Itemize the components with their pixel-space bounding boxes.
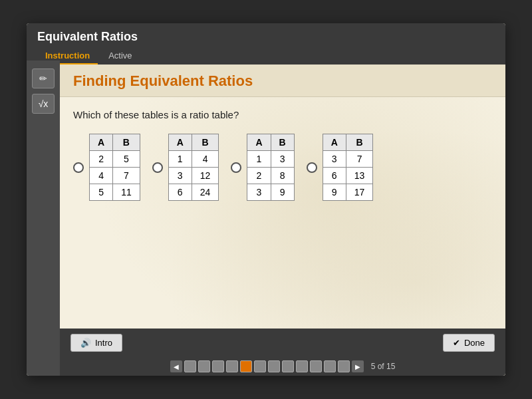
cell: 6 [168,184,192,201]
table-row: 6 13 [323,168,373,184]
intro-label: Intro [95,338,112,348]
page-dot-10[interactable] [310,360,322,372]
page-dot-5[interactable] [240,360,252,372]
cell: 5 [113,151,140,168]
formula-tool[interactable]: √x [32,94,55,114]
cell: 3 [168,168,192,184]
cell: 24 [192,184,219,201]
app-window: Equivalent Ratios Instruction Active ✏ √… [27,23,505,376]
ratio-table-2: A B 1 4 3 12 [168,134,219,201]
done-button[interactable]: ✔ Done [443,334,495,352]
pagination-bar: ◀ ▶ 5 of 15 [60,357,505,376]
col-header-b1: B [113,134,140,151]
cell: 4 [90,168,113,184]
table-row: 5 11 [90,184,140,201]
checkmark-icon: ✔ [453,338,460,348]
table-option-4: A B 3 7 6 13 [307,134,374,201]
cell: 5 [90,184,113,201]
intro-button[interactable]: 🔊 Intro [70,334,122,352]
cell: 2 [90,151,113,168]
ratio-table-3: A B 1 3 2 8 [247,134,294,201]
formula-icon: √x [39,98,49,109]
bottom-bar: 🔊 Intro ✔ Done [60,329,505,357]
table-row: 2 8 [247,168,294,184]
pencil-tool[interactable]: ✏ [32,68,55,88]
cell: 7 [346,151,373,168]
content-body: Which of these tables is a ratio table? … [60,97,505,329]
table-option-3: A B 1 3 2 8 [231,134,294,201]
table-row: 2 5 [90,151,140,168]
tab-bar: Instruction Active [37,48,495,65]
cell: 9 [323,184,346,201]
col-header-a1: A [90,134,113,151]
table-option-1: A B 2 5 4 7 [73,134,140,201]
page-dot-2[interactable] [198,360,210,372]
cell: 11 [113,184,140,201]
table-row: 3 12 [168,168,219,184]
page-dot-3[interactable] [212,360,224,372]
col-header-b4: B [346,134,373,151]
prev-page-button[interactable]: ◀ [170,360,182,372]
radio-table-2[interactable] [152,162,163,173]
cell: 1 [247,151,271,168]
radio-table-4[interactable] [307,162,317,173]
question-text: Which of these tables is a ratio table? [73,109,492,120]
app-title: Equivalent Ratios [37,30,138,44]
cell: 7 [113,168,140,184]
col-header-a4: A [323,134,346,151]
table-row: 3 9 [247,184,294,201]
radio-table-1[interactable] [73,162,84,173]
ratio-table-4: A B 3 7 6 13 [323,134,374,201]
page-indicator: 5 of 15 [371,362,396,371]
cell: 3 [271,151,294,168]
table-row: 1 4 [168,151,219,168]
cell: 8 [271,168,294,184]
pencil-icon: ✏ [39,73,47,84]
cell: 6 [323,168,346,184]
content-header: Finding Equivalent Ratios [60,65,505,97]
cell: 9 [271,184,294,201]
tab-active[interactable]: Active [100,48,140,65]
page-dot-6[interactable] [254,360,266,372]
table-row: 1 3 [247,151,294,168]
page-dot-7[interactable] [268,360,280,372]
cell: 1 [168,151,192,168]
cell: 3 [323,151,346,168]
speaker-icon: 🔊 [80,338,91,348]
ratio-table-1: A B 2 5 4 7 [89,134,140,201]
table-option-2: A B 1 4 3 12 [152,134,219,201]
title-bar: Equivalent Ratios Instruction Active [27,23,505,65]
table-row: 9 17 [323,184,373,201]
cell: 4 [192,151,219,168]
col-header-b3: B [271,134,294,151]
done-label: Done [464,338,485,348]
col-header-a2: A [168,134,192,151]
page-dot-4[interactable] [226,360,238,372]
table-row: 3 7 [323,151,373,168]
left-sidebar: ✏ √x [27,61,60,376]
cell: 12 [192,168,219,184]
tables-row: A B 2 5 4 7 [73,134,492,201]
page-dot-1[interactable] [184,360,196,372]
page-dot-9[interactable] [296,360,308,372]
cell: 13 [346,168,373,184]
col-header-b2: B [192,134,219,151]
cell: 2 [247,168,271,184]
page-dot-8[interactable] [282,360,294,372]
page-title: Finding Equivalent Ratios [73,72,492,90]
cell: 3 [247,184,271,201]
main-content: Finding Equivalent Ratios Which of these… [60,65,505,376]
next-page-button[interactable]: ▶ [352,360,364,372]
col-header-a3: A [247,134,271,151]
page-dot-12[interactable] [338,360,350,372]
table-row: 6 24 [168,184,219,201]
page-dot-11[interactable] [324,360,336,372]
radio-table-3[interactable] [231,162,241,173]
table-row: 4 7 [90,168,140,184]
cell: 17 [346,184,373,201]
